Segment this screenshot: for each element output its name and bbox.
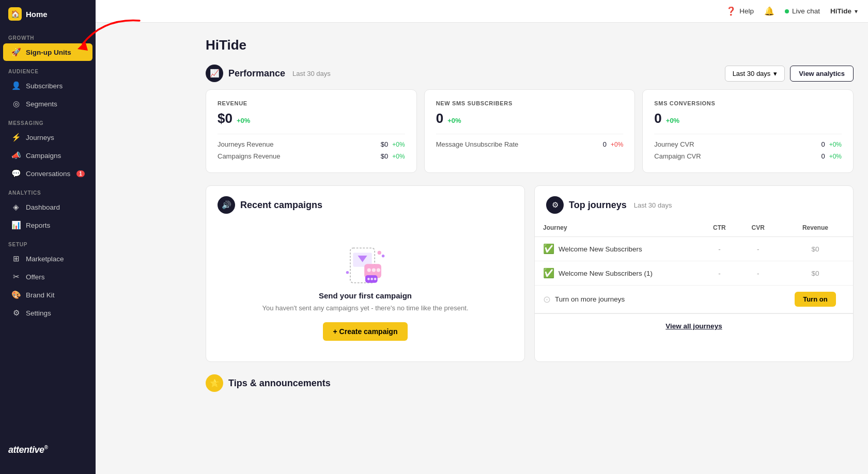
journey-name-cell-2: ✅ Welcome New Subscribers (1): [535, 261, 700, 286]
journey-cvr-1: -: [739, 237, 778, 261]
sidebar-item-label: Dashboard: [26, 203, 60, 211]
conversations-icon: 💬: [11, 169, 21, 178]
sidebar-section-analytics: ANALYTICS ◈ Dashboard 📊 Reports: [0, 183, 96, 234]
sidebar-item-label: Sign-up Units: [26, 49, 71, 56]
sidebar-item-campaigns[interactable]: 📣 Campaigns: [3, 147, 92, 164]
sidebar-item-brand-kit[interactable]: 🎨 Brand Kit: [3, 286, 92, 304]
sidebar-item-label: Settings: [26, 309, 51, 317]
tips-title-group: ⭐ Tips & announcements: [206, 374, 854, 392]
recent-campaigns-card: 🔊 Recent campaigns: [206, 185, 525, 362]
sidebar-item-label: Journeys: [26, 134, 54, 141]
campaigns-title-group: 🔊 Recent campaigns: [218, 196, 513, 214]
notifications-button[interactable]: 🔔: [764, 6, 774, 16]
signup-icon: 🚀: [11, 48, 21, 57]
brand-menu[interactable]: HiTide ▾: [830, 7, 858, 15]
journey-active-icon-2: ✅: [543, 267, 554, 279]
top-journeys-card: ⚙ Top journeys Last 30 days Journey CTR …: [534, 185, 854, 362]
sms-subscribers-main: 0 +0%: [436, 110, 624, 127]
journeys-revenue-label: Journeys Revenue: [218, 140, 273, 148]
sms-subscribers-value: 0: [436, 110, 443, 127]
col-revenue: Revenue: [778, 219, 853, 237]
sms-conversions-change: +0%: [666, 117, 679, 124]
sidebar-item-offers[interactable]: ✂ Offers: [3, 268, 92, 286]
sidebar-section-audience: AUDIENCE 👤 Subscribers ◎ Segments: [0, 61, 96, 113]
conversations-badge: 1: [76, 170, 85, 177]
view-analytics-button[interactable]: View analytics: [790, 66, 854, 82]
sidebar-item-label: Conversations: [26, 170, 70, 178]
sms-subscribers-card: NEW SMS SUBSCRIBERS 0 +0% Message Unsubs…: [424, 89, 636, 173]
journeys-section-subtitle: Last 30 days: [634, 201, 672, 209]
campaigns-empty-state: Send your first campaign You haven't sen…: [206, 224, 524, 361]
journeys-header: ⚙ Top journeys Last 30 days: [535, 186, 853, 219]
sidebar-item-label: Campaigns: [26, 152, 61, 160]
performance-subtitle: Last 30 days: [292, 70, 331, 77]
journey-cvr-3: [739, 286, 778, 313]
live-chat-label: Live chat: [792, 7, 820, 15]
tips-title: Tips & announcements: [228, 378, 331, 389]
date-filter-select[interactable]: Last 30 days ▾: [725, 66, 785, 82]
turn-on-button[interactable]: Turn on: [795, 292, 835, 307]
journeys-footer: View all journeys: [535, 313, 853, 338]
journeys-table: Journey CTR CVR Revenue ✅ Welcome New Su…: [535, 219, 853, 313]
subscribers-icon: 👤: [11, 81, 21, 90]
journey-name-1: Welcome New Subscribers: [559, 245, 642, 253]
sidebar-section-setup: SETUP ⊞ Marketplace ✂ Offers 🎨 Brand Kit…: [0, 234, 96, 322]
unsubscribe-rate-row: Message Unsubscribe Rate 0 +0%: [436, 138, 624, 150]
table-row: ⊙ Turn on more journeys Turn on: [535, 286, 853, 313]
sidebar-section-growth: GROWTH 🚀 Sign-up Units: [0, 28, 96, 61]
marketplace-icon: ⊞: [11, 254, 21, 263]
col-ctr: CTR: [700, 219, 738, 237]
sidebar-item-settings[interactable]: ⚙ Settings: [3, 304, 92, 322]
campaigns-revenue-vals: $0 +0%: [381, 152, 405, 160]
messaging-label: MESSAGING: [0, 113, 96, 128]
journey-cvr-label: Journey CVR: [654, 140, 694, 148]
performance-title-group: 📈 Performance Last 30 days: [206, 65, 331, 82]
revenue-change: +0%: [237, 117, 250, 124]
svg-point-5: [367, 268, 371, 272]
date-filter-value: Last 30 days: [733, 70, 771, 77]
sidebar-item-journeys[interactable]: ⚡ Journeys: [3, 129, 92, 146]
journeys-icon: ⚡: [11, 133, 21, 142]
journey-name-cell-1: ✅ Welcome New Subscribers: [535, 237, 700, 261]
campaign-cvr-num: 0: [821, 152, 825, 160]
help-button[interactable]: ❓ Help: [726, 6, 754, 16]
campaigns-illustration: [337, 240, 394, 291]
journey-cvr-pct: +0%: [829, 141, 842, 148]
journey-cta-3: Turn on: [778, 286, 853, 313]
svg-point-13: [370, 278, 373, 280]
sms-conversions-main: 0 +0%: [654, 110, 842, 127]
sidebar-item-reports[interactable]: 📊 Reports: [3, 216, 92, 234]
journey-ctr-2: -: [700, 261, 738, 286]
campaign-cvr-row: Campaign CVR 0 +0%: [654, 150, 842, 162]
sidebar-item-signup-units[interactable]: 🚀 Sign-up Units: [3, 43, 92, 61]
sms-subscribers-label: NEW SMS SUBSCRIBERS: [436, 100, 624, 106]
svg-point-8: [378, 251, 381, 255]
performance-controls: Last 30 days ▾ View analytics: [725, 66, 854, 82]
sidebar: 🏠 Home GROWTH 🚀 Sign-up Units AUDIENCE 👤…: [0, 0, 96, 474]
sidebar-item-segments[interactable]: ◎ Segments: [3, 95, 92, 113]
sidebar-item-dashboard[interactable]: ◈ Dashboard: [3, 198, 92, 216]
sidebar-item-conversations[interactable]: 💬 Conversations 1: [3, 165, 92, 182]
campaigns-icon: 📣: [11, 151, 21, 160]
journeys-revenue-pct: +0%: [392, 141, 405, 148]
performance-header: 📈 Performance Last 30 days Last 30 days …: [206, 65, 854, 82]
segments-icon: ◎: [11, 99, 21, 108]
sidebar-item-label: Reports: [26, 222, 50, 229]
unsubscribe-rate-pct: +0%: [611, 141, 623, 148]
table-row: ✅ Welcome New Subscribers (1) - - $0: [535, 261, 853, 286]
create-campaign-button[interactable]: + Create campaign: [323, 322, 408, 341]
sidebar-item-subscribers[interactable]: 👤 Subscribers: [3, 77, 92, 94]
analytics-label: ANALYTICS: [0, 183, 96, 198]
revenue-card: REVENUE $0 +0% Journeys Revenue $0 +0% C…: [206, 89, 417, 173]
metrics-row: REVENUE $0 +0% Journeys Revenue $0 +0% C…: [206, 89, 854, 173]
recent-campaigns-header: 🔊 Recent campaigns: [206, 186, 524, 224]
live-chat-button[interactable]: Live chat: [785, 7, 820, 15]
journey-cvr-vals: 0 +0%: [821, 140, 842, 148]
sidebar-item-marketplace[interactable]: ⊞ Marketplace: [3, 250, 92, 267]
performance-title: Performance: [228, 68, 285, 79]
sms-subscribers-change: +0%: [447, 117, 461, 124]
bell-icon: 🔔: [764, 6, 774, 16]
view-all-journeys-link[interactable]: View all journeys: [665, 322, 722, 330]
sidebar-logo[interactable]: 🏠 Home: [0, 0, 96, 28]
journeys-revenue-row: Journeys Revenue $0 +0%: [218, 138, 405, 150]
